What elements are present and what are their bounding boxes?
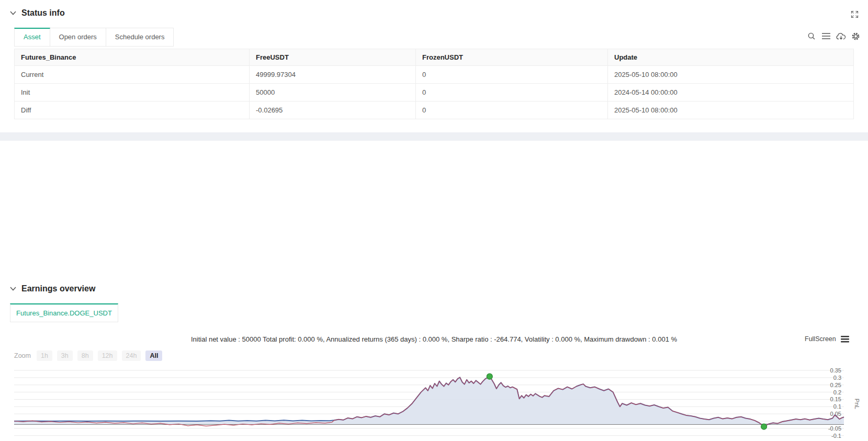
svg-text:0.25: 0.25 [830, 382, 841, 388]
earnings-summary: Initial net value : 50000 Total profit: … [0, 335, 868, 343]
update-value: 2025-05-10 08:00:00 [608, 101, 854, 119]
free-usdt-value: 49999.97304 [250, 66, 416, 84]
status-tab-asset[interactable]: Asset [14, 28, 50, 47]
pnl-max-marker [487, 374, 492, 379]
search-icon[interactable] [806, 30, 817, 42]
zoom-button-3h[interactable]: 3h [57, 350, 73, 361]
pnl-series [14, 377, 844, 427]
free-usdt-value: 50000 [250, 84, 416, 101]
earnings-card: Earnings overview Futures_Binance.DOGE_U… [0, 141, 868, 441]
earnings-tab-doge-usdt[interactable]: Futures_Binance.DOGE_USDT [10, 303, 118, 322]
frozen-usdt-value: 0 [416, 101, 608, 119]
chevron-down-icon[interactable] [10, 286, 16, 292]
svg-text:0.1: 0.1 [833, 403, 841, 410]
table-row: Current49999.9730402025-05-10 08:00:00 [15, 66, 854, 84]
table-row: Init5000002024-05-14 00:00:00 [15, 84, 854, 101]
earnings-chart[interactable]: 0.350.30.250.20.150.10.050-0.05-0.1-0.10… [0, 365, 868, 441]
table-row: Diff-0.0269502025-05-10 08:00:00 [15, 101, 854, 119]
zoom-button-8h[interactable]: 8h [77, 350, 93, 361]
status-tab-schedule-orders[interactable]: Schedule orders [106, 28, 174, 47]
svg-text:0.2: 0.2 [833, 389, 841, 395]
svg-text:-0.05: -0.05 [828, 425, 841, 432]
col-frozenusdt: FrozenUSDT [416, 49, 608, 66]
svg-text:0.35: 0.35 [830, 367, 841, 374]
col-freeusdt: FreeUSDT [250, 49, 416, 66]
zoom-button-1h[interactable]: 1h [37, 350, 52, 361]
col-update: Update [608, 49, 854, 66]
zoom-button-12h[interactable]: 12h [98, 350, 117, 361]
axis-name-pnl: PnL [854, 399, 860, 410]
chevron-down-icon[interactable] [10, 10, 16, 16]
zoom-label: Zoom [14, 352, 31, 359]
status-tabs: AssetOpen ordersSchedule orders [14, 28, 174, 47]
pnl-min-marker [761, 424, 767, 429]
fullscreen-label: FullScreen [805, 335, 836, 343]
menu-icon[interactable] [820, 30, 832, 42]
axis-names: PnLPeriod P&Lvol/positionutilization [854, 399, 860, 441]
status-table: Futures_Binance FreeUSDT FrozenUSDT Upda… [14, 49, 854, 119]
svg-text:0.15: 0.15 [830, 396, 841, 402]
status-info-card: Status info AssetOpen ordersSchedule ord… [0, 0, 868, 132]
svg-text:0.3: 0.3 [833, 375, 841, 381]
zoom-button-all[interactable]: All [145, 350, 162, 361]
earnings-title: Earnings overview [21, 284, 95, 293]
status-tab-open-orders[interactable]: Open orders [50, 28, 106, 47]
section-divider [0, 132, 868, 141]
update-value: 2025-05-10 08:00:00 [608, 66, 854, 84]
zoom-buttons: 1h3h8h12h24hAll [37, 350, 162, 361]
row-label[interactable]: Current [15, 66, 250, 84]
stacked-bars-icon[interactable] [841, 336, 849, 343]
zoom-button-24h[interactable]: 24h [122, 350, 141, 361]
expand-icon[interactable] [849, 8, 860, 20]
status-table-body: Current49999.9730402025-05-10 08:00:00In… [15, 66, 854, 119]
row-label: Diff [15, 101, 250, 119]
cloud-download-icon[interactable] [835, 30, 847, 42]
frozen-usdt-value: 0 [416, 84, 608, 101]
status-info-title: Status info [21, 8, 65, 18]
update-value: 2024-05-14 00:00:00 [608, 84, 854, 101]
settings-icon[interactable] [850, 30, 861, 42]
free-usdt-value: -0.02695 [250, 101, 416, 119]
page: { "colors": { "accent_green": "#13a884",… [0, 0, 868, 441]
svg-text:-0.1: -0.1 [831, 433, 841, 439]
frozen-usdt-value: 0 [416, 66, 608, 84]
fullscreen-button[interactable]: FullScreen [805, 335, 849, 343]
status-table-header-row: Futures_Binance FreeUSDT FrozenUSDT Upda… [15, 49, 854, 66]
col-futures-binance: Futures_Binance [15, 49, 250, 66]
row-label: Init [15, 84, 250, 101]
